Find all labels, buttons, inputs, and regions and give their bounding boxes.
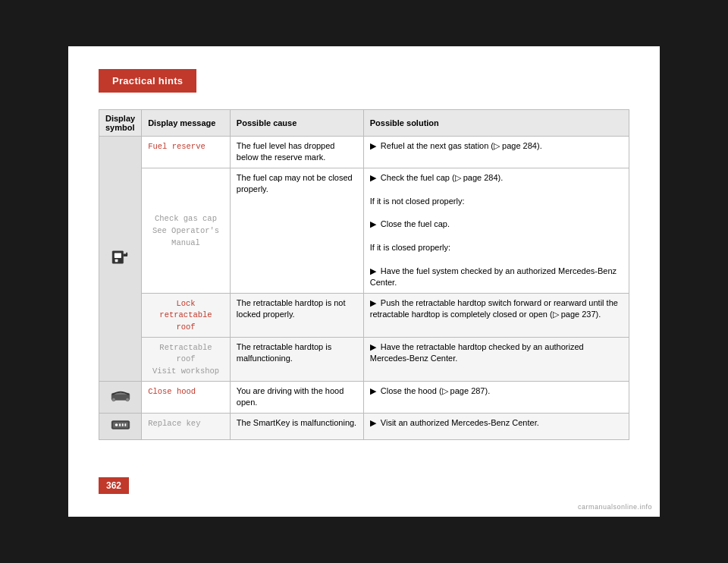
solution-replace-key: ▶ Visit an authorized Mercedes-Benz Cent… xyxy=(363,413,629,439)
col-header-solution: Possible solution xyxy=(363,110,629,137)
cause-check-gas: The fuel cap may not be closed properly. xyxy=(230,168,363,293)
watermark: carmanualsonline.info xyxy=(578,503,652,511)
msg-check-gas: Check gas capSee Operator's Manual xyxy=(142,168,231,293)
svg-point-7 xyxy=(125,398,129,401)
svg-rect-1 xyxy=(114,253,121,257)
table-row: Fuel reserve The fuel level has dropped … xyxy=(99,137,629,168)
solution-fuel-reserve: ▶ Refuel at the next gas station (▷ page… xyxy=(363,137,629,168)
svg-point-6 xyxy=(111,398,115,401)
svg-rect-12 xyxy=(121,423,123,426)
solution-close-hood: ▶ Close the hood (▷ page 287). xyxy=(363,381,629,413)
table-row: Check gas capSee Operator's Manual The f… xyxy=(99,168,629,293)
table-row: Replace key The SmartKey is malfunctioni… xyxy=(99,413,629,439)
cause-lock-roof: The retractable hardtop is not locked pr… xyxy=(230,293,363,337)
table-row: Retractable roofVisit workshop The retra… xyxy=(99,337,629,381)
solution-retractable-workshop: ▶ Have the retractable hardtop checked b… xyxy=(363,337,629,381)
symbol-key xyxy=(99,413,142,439)
msg-lock-roof: Lock retractable roof xyxy=(142,293,231,337)
cause-replace-key: The SmartKey is malfunctioning. xyxy=(230,413,363,439)
svg-point-10 xyxy=(115,423,118,426)
display-table: Display symbol Display message Possible … xyxy=(99,109,629,440)
section-header: Practical hints xyxy=(99,69,196,93)
solution-check-gas: ▶ Check the fuel cap (▷ page 284). If it… xyxy=(363,168,629,293)
msg-close-hood: Close hood xyxy=(142,381,231,413)
svg-rect-4 xyxy=(115,259,118,262)
svg-rect-11 xyxy=(119,423,121,426)
cause-fuel-reserve: The fuel level has dropped below the res… xyxy=(230,137,363,168)
table-row: Close hood You are driving with the hood… xyxy=(99,381,629,413)
cause-retractable-workshop: The retractable hardtop is malfunctionin… xyxy=(230,337,363,381)
msg-fuel-reserve: Fuel reserve xyxy=(142,137,231,168)
msg-replace-key: Replace key xyxy=(142,413,231,439)
msg-retractable-workshop: Retractable roofVisit workshop xyxy=(142,337,231,381)
col-header-symbol: Display symbol xyxy=(99,110,142,137)
solution-lock-roof: ▶ Push the retractable hardtop switch fo… xyxy=(363,293,629,337)
svg-rect-13 xyxy=(124,423,126,426)
cause-close-hood: You are driving with the hood open. xyxy=(230,381,363,413)
symbol-fuel xyxy=(99,137,142,382)
col-header-message: Display message xyxy=(142,110,231,137)
svg-rect-3 xyxy=(126,252,127,255)
col-header-cause: Possible cause xyxy=(230,110,363,137)
symbol-hood xyxy=(99,381,142,413)
table-row: Lock retractable roof The retractable ha… xyxy=(99,293,629,337)
page-number: 362 xyxy=(99,477,129,494)
